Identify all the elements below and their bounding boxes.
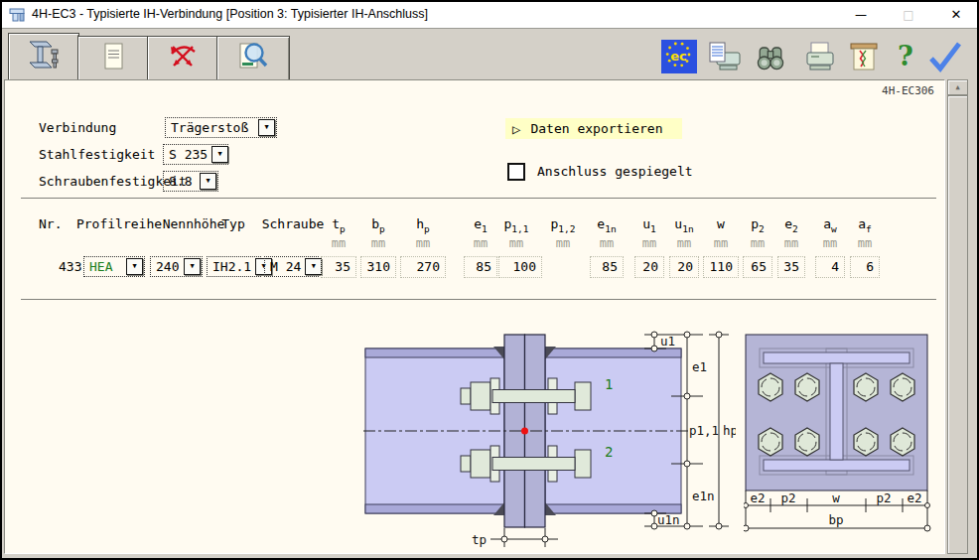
value-aw[interactable]: 4 xyxy=(815,256,845,278)
export-data-button[interactable]: ▷ Daten exportieren xyxy=(505,118,682,139)
bolt-row-label-1: 1 xyxy=(605,376,613,392)
dim-label-e2-left: e2 xyxy=(750,490,765,505)
toolbar: ec xyxy=(2,28,977,80)
center-point xyxy=(521,428,528,435)
unit-label: mm xyxy=(642,236,656,250)
chevron-down-icon[interactable]: ▼ xyxy=(211,146,228,163)
unit-label: mm xyxy=(858,236,872,250)
col-header-u1n: u1n xyxy=(674,216,693,234)
chevron-down-icon[interactable]: ▼ xyxy=(258,119,275,136)
schraubenfestigkeit-dropdown[interactable]: 8.8 ▼ xyxy=(163,171,218,192)
app-window: 4H-EC3 - Typisierte IH-Verbindung [Posit… xyxy=(0,0,979,560)
dim-label-u1: u1 xyxy=(660,334,675,349)
unit-label: mm xyxy=(600,236,614,250)
window-title: 4H-EC3 - Typisierte IH-Verbindung [Posit… xyxy=(32,7,428,21)
vertical-scrollbar[interactable]: ▲ xyxy=(947,79,968,554)
col-header-u1: u1 xyxy=(642,216,656,234)
confirm-button[interactable] xyxy=(925,39,965,74)
value-u1n[interactable]: 20 xyxy=(669,256,699,278)
bolt-row-label-2: 2 xyxy=(605,444,613,460)
help-button[interactable]: ? xyxy=(892,39,919,74)
mirror-checkbox[interactable] xyxy=(507,163,525,181)
title-bar[interactable]: 4H-EC3 - Typisierte IH-Verbindung [Posit… xyxy=(2,2,977,28)
row-number: 433 xyxy=(59,259,81,274)
col-header-e1n: e1n xyxy=(597,216,616,234)
value-p2[interactable]: 65 xyxy=(743,256,772,278)
stahlfestigkeit-dropdown[interactable]: S 235 ▼ xyxy=(163,144,228,165)
schraube-dropdown[interactable]: M 24 ▼ xyxy=(264,256,319,277)
unit-label: mm xyxy=(823,236,837,250)
module-code: 4H-EC306 xyxy=(882,84,934,97)
value-e1n[interactable]: 85 xyxy=(590,256,624,278)
col-header-p11: p1,1 xyxy=(504,216,529,234)
maximize-icon: □ xyxy=(894,2,923,28)
print-list-button[interactable] xyxy=(707,39,743,74)
value-p11[interactable]: 100 xyxy=(498,256,542,278)
eurocode-button[interactable]: ec xyxy=(661,39,697,74)
dim-label-w: w xyxy=(832,490,840,505)
close-icon[interactable]: ✕ xyxy=(939,2,973,28)
verbindung-label: Verbindung xyxy=(39,120,116,138)
typ-dropdown[interactable]: IH2.1 ▼ xyxy=(207,256,261,277)
chevron-down-icon[interactable]: ▼ xyxy=(200,173,216,190)
chevron-down-icon[interactable]: ▼ xyxy=(305,258,322,275)
profilreihe-dropdown[interactable]: HEA ▼ xyxy=(83,256,145,277)
unit-label: mm xyxy=(784,236,798,250)
col-header-af: af xyxy=(858,216,872,234)
preview-button[interactable] xyxy=(216,36,290,81)
dim-label-p11: p1,1 xyxy=(689,423,719,438)
dim-label-p2-left: p2 xyxy=(780,490,795,505)
mirror-checkbox-label: Anschluss gespiegelt xyxy=(537,164,693,179)
dim-label-bp: bp xyxy=(828,512,843,527)
crossed-arrows-icon xyxy=(164,39,202,78)
dim-label-hp: hp xyxy=(723,423,736,438)
dim-label-u1n: u1n xyxy=(657,512,680,527)
app-icon xyxy=(9,7,27,23)
scroll-up-icon[interactable]: ▲ xyxy=(947,79,968,95)
col-header-tp: tp xyxy=(332,216,346,234)
dim-label-e2-right: e2 xyxy=(907,490,921,505)
col-header-p12: p1,2 xyxy=(551,216,576,234)
col-header-profilreihe: Profilreihe xyxy=(76,216,162,231)
value-u1[interactable]: 20 xyxy=(634,256,664,278)
value-bp[interactable]: 310 xyxy=(360,256,396,278)
stahlfestigkeit-label: Stahlfestigkeit xyxy=(39,147,155,165)
side-view-drawing: 1 2 xyxy=(363,327,736,555)
col-header-aw: aw xyxy=(823,216,837,234)
value-hp[interactable]: 270 xyxy=(400,256,446,278)
main-panel: 4H-EC306 Verbindung Trägerstoß ▼ Stahlfe… xyxy=(4,79,945,554)
loads-button[interactable] xyxy=(147,36,218,81)
value-e1[interactable]: 85 xyxy=(464,256,497,278)
text-document-button[interactable] xyxy=(77,36,149,81)
col-header-p2: p2 xyxy=(751,216,765,234)
document-icon xyxy=(97,40,129,77)
verbindung-dropdown[interactable]: Trägerstoß ▼ xyxy=(165,117,277,138)
col-header-schraube: Schraube xyxy=(262,216,325,231)
dim-label-p2-right: p2 xyxy=(876,490,891,505)
profile-connection-button[interactable] xyxy=(8,33,79,81)
scrollbar-thumb[interactable] xyxy=(947,95,968,554)
unit-label: mm xyxy=(751,236,765,250)
dim-label-e1n: e1n xyxy=(692,489,715,503)
value-w[interactable]: 110 xyxy=(703,256,739,278)
binoculars-icon[interactable] xyxy=(753,39,788,74)
magnifier-document-icon xyxy=(234,39,272,78)
minimize-icon[interactable]: — xyxy=(846,2,876,28)
print-button[interactable] xyxy=(802,39,838,74)
value-e2[interactable]: 35 xyxy=(777,256,805,278)
protocol-button[interactable] xyxy=(846,39,882,74)
nennhoehe-dropdown[interactable]: 240 ▼ xyxy=(150,256,203,277)
value-tp[interactable]: 35 xyxy=(321,256,356,278)
chevron-down-icon[interactable]: ▼ xyxy=(126,258,143,275)
end-view-drawing: e2 p2 w p2 e2 bp xyxy=(744,333,942,551)
chevron-down-icon[interactable]: ▼ xyxy=(184,258,201,275)
col-header-nr: Nr. xyxy=(39,216,62,231)
steel-beam-icon xyxy=(27,38,61,77)
unit-label: mm xyxy=(332,236,346,250)
value-af[interactable]: 6 xyxy=(850,256,880,278)
dim-label-e1: e1 xyxy=(692,359,707,374)
col-header-hp: hp xyxy=(416,216,430,234)
play-triangle-icon: ▷ xyxy=(512,119,520,139)
separator xyxy=(21,198,936,199)
unit-label: mm xyxy=(416,236,430,250)
